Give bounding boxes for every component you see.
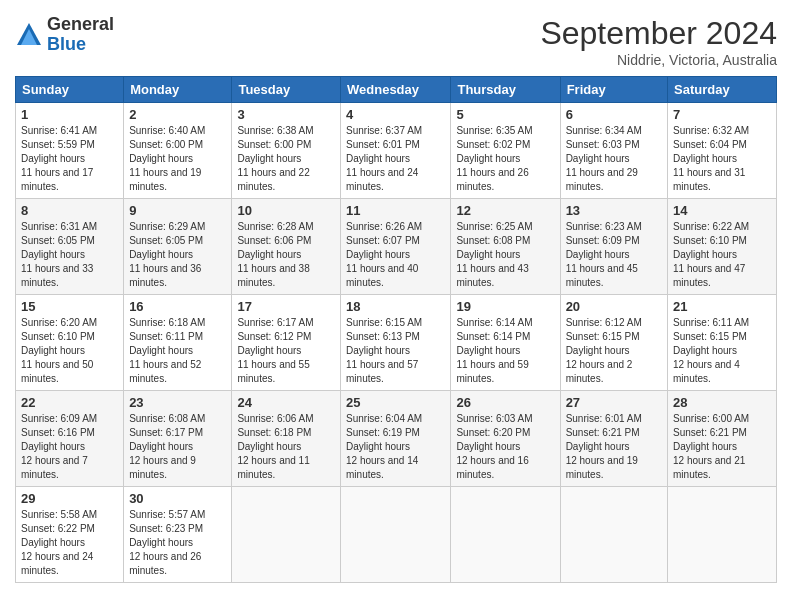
calendar-cell: 5Sunrise: 6:35 AMSunset: 6:02 PMDaylight… xyxy=(451,103,560,199)
calendar-body: 1Sunrise: 6:41 AMSunset: 5:59 PMDaylight… xyxy=(16,103,777,583)
calendar-cell: 19Sunrise: 6:14 AMSunset: 6:14 PMDayligh… xyxy=(451,295,560,391)
calendar-cell: 29Sunrise: 5:58 AMSunset: 6:22 PMDayligh… xyxy=(16,487,124,583)
day-header-thursday: Thursday xyxy=(451,77,560,103)
day-content: Sunrise: 5:57 AMSunset: 6:23 PMDaylight … xyxy=(129,508,226,578)
calendar-cell: 26Sunrise: 6:03 AMSunset: 6:20 PMDayligh… xyxy=(451,391,560,487)
day-number: 25 xyxy=(346,395,445,410)
header: General Blue September 2024 Niddrie, Vic… xyxy=(15,15,777,68)
calendar-cell: 12Sunrise: 6:25 AMSunset: 6:08 PMDayligh… xyxy=(451,199,560,295)
day-content: Sunrise: 6:11 AMSunset: 6:15 PMDaylight … xyxy=(673,316,771,386)
day-content: Sunrise: 6:29 AMSunset: 6:05 PMDaylight … xyxy=(129,220,226,290)
day-number: 4 xyxy=(346,107,445,122)
calendar-cell: 4Sunrise: 6:37 AMSunset: 6:01 PMDaylight… xyxy=(341,103,451,199)
day-number: 6 xyxy=(566,107,662,122)
day-header-saturday: Saturday xyxy=(668,77,777,103)
day-number: 18 xyxy=(346,299,445,314)
calendar-cell: 25Sunrise: 6:04 AMSunset: 6:19 PMDayligh… xyxy=(341,391,451,487)
calendar-cell: 24Sunrise: 6:06 AMSunset: 6:18 PMDayligh… xyxy=(232,391,341,487)
calendar-cell: 8Sunrise: 6:31 AMSunset: 6:05 PMDaylight… xyxy=(16,199,124,295)
day-content: Sunrise: 6:25 AMSunset: 6:08 PMDaylight … xyxy=(456,220,554,290)
calendar-cell: 30Sunrise: 5:57 AMSunset: 6:23 PMDayligh… xyxy=(124,487,232,583)
calendar-cell xyxy=(232,487,341,583)
day-number: 29 xyxy=(21,491,118,506)
day-number: 5 xyxy=(456,107,554,122)
calendar-cell: 20Sunrise: 6:12 AMSunset: 6:15 PMDayligh… xyxy=(560,295,667,391)
day-content: Sunrise: 6:00 AMSunset: 6:21 PMDaylight … xyxy=(673,412,771,482)
calendar-cell: 13Sunrise: 6:23 AMSunset: 6:09 PMDayligh… xyxy=(560,199,667,295)
day-number: 12 xyxy=(456,203,554,218)
day-number: 28 xyxy=(673,395,771,410)
calendar-cell: 23Sunrise: 6:08 AMSunset: 6:17 PMDayligh… xyxy=(124,391,232,487)
calendar-week-3: 15Sunrise: 6:20 AMSunset: 6:10 PMDayligh… xyxy=(16,295,777,391)
day-number: 2 xyxy=(129,107,226,122)
calendar-week-2: 8Sunrise: 6:31 AMSunset: 6:05 PMDaylight… xyxy=(16,199,777,295)
day-content: Sunrise: 6:28 AMSunset: 6:06 PMDaylight … xyxy=(237,220,335,290)
day-content: Sunrise: 6:31 AMSunset: 6:05 PMDaylight … xyxy=(21,220,118,290)
title-block: September 2024 Niddrie, Victoria, Austra… xyxy=(540,15,777,68)
logo: General Blue xyxy=(15,15,114,55)
day-header-sunday: Sunday xyxy=(16,77,124,103)
logo-text: General Blue xyxy=(47,15,114,55)
calendar-cell xyxy=(451,487,560,583)
day-number: 17 xyxy=(237,299,335,314)
day-content: Sunrise: 6:22 AMSunset: 6:10 PMDaylight … xyxy=(673,220,771,290)
day-content: Sunrise: 6:06 AMSunset: 6:18 PMDaylight … xyxy=(237,412,335,482)
day-content: Sunrise: 6:17 AMSunset: 6:12 PMDaylight … xyxy=(237,316,335,386)
day-number: 27 xyxy=(566,395,662,410)
day-header-monday: Monday xyxy=(124,77,232,103)
location: Niddrie, Victoria, Australia xyxy=(540,52,777,68)
day-content: Sunrise: 6:08 AMSunset: 6:17 PMDaylight … xyxy=(129,412,226,482)
day-number: 8 xyxy=(21,203,118,218)
day-content: Sunrise: 6:20 AMSunset: 6:10 PMDaylight … xyxy=(21,316,118,386)
calendar-week-1: 1Sunrise: 6:41 AMSunset: 5:59 PMDaylight… xyxy=(16,103,777,199)
month-year: September 2024 xyxy=(540,15,777,52)
logo-general: General xyxy=(47,14,114,34)
day-content: Sunrise: 5:58 AMSunset: 6:22 PMDaylight … xyxy=(21,508,118,578)
calendar-cell: 21Sunrise: 6:11 AMSunset: 6:15 PMDayligh… xyxy=(668,295,777,391)
page: General Blue September 2024 Niddrie, Vic… xyxy=(0,0,792,612)
day-content: Sunrise: 6:04 AMSunset: 6:19 PMDaylight … xyxy=(346,412,445,482)
day-number: 13 xyxy=(566,203,662,218)
day-content: Sunrise: 6:18 AMSunset: 6:11 PMDaylight … xyxy=(129,316,226,386)
day-header-tuesday: Tuesday xyxy=(232,77,341,103)
day-number: 1 xyxy=(21,107,118,122)
day-header-wednesday: Wednesday xyxy=(341,77,451,103)
day-content: Sunrise: 6:41 AMSunset: 5:59 PMDaylight … xyxy=(21,124,118,194)
calendar-cell: 3Sunrise: 6:38 AMSunset: 6:00 PMDaylight… xyxy=(232,103,341,199)
day-content: Sunrise: 6:37 AMSunset: 6:01 PMDaylight … xyxy=(346,124,445,194)
day-number: 11 xyxy=(346,203,445,218)
calendar-cell: 15Sunrise: 6:20 AMSunset: 6:10 PMDayligh… xyxy=(16,295,124,391)
calendar-cell xyxy=(341,487,451,583)
calendar-table: SundayMondayTuesdayWednesdayThursdayFrid… xyxy=(15,76,777,583)
day-number: 22 xyxy=(21,395,118,410)
day-number: 7 xyxy=(673,107,771,122)
day-number: 26 xyxy=(456,395,554,410)
day-content: Sunrise: 6:40 AMSunset: 6:00 PMDaylight … xyxy=(129,124,226,194)
day-number: 23 xyxy=(129,395,226,410)
calendar-cell: 28Sunrise: 6:00 AMSunset: 6:21 PMDayligh… xyxy=(668,391,777,487)
day-content: Sunrise: 6:23 AMSunset: 6:09 PMDaylight … xyxy=(566,220,662,290)
calendar-header-row: SundayMondayTuesdayWednesdayThursdayFrid… xyxy=(16,77,777,103)
day-number: 20 xyxy=(566,299,662,314)
calendar-cell: 2Sunrise: 6:40 AMSunset: 6:00 PMDaylight… xyxy=(124,103,232,199)
day-content: Sunrise: 6:09 AMSunset: 6:16 PMDaylight … xyxy=(21,412,118,482)
calendar-week-5: 29Sunrise: 5:58 AMSunset: 6:22 PMDayligh… xyxy=(16,487,777,583)
logo-icon xyxy=(15,21,43,49)
day-content: Sunrise: 6:14 AMSunset: 6:14 PMDaylight … xyxy=(456,316,554,386)
calendar-cell: 14Sunrise: 6:22 AMSunset: 6:10 PMDayligh… xyxy=(668,199,777,295)
calendar-cell: 17Sunrise: 6:17 AMSunset: 6:12 PMDayligh… xyxy=(232,295,341,391)
day-number: 10 xyxy=(237,203,335,218)
day-number: 30 xyxy=(129,491,226,506)
calendar-cell: 16Sunrise: 6:18 AMSunset: 6:11 PMDayligh… xyxy=(124,295,232,391)
calendar-cell: 27Sunrise: 6:01 AMSunset: 6:21 PMDayligh… xyxy=(560,391,667,487)
logo-blue: Blue xyxy=(47,34,86,54)
day-content: Sunrise: 6:15 AMSunset: 6:13 PMDaylight … xyxy=(346,316,445,386)
calendar-cell: 10Sunrise: 6:28 AMSunset: 6:06 PMDayligh… xyxy=(232,199,341,295)
calendar-cell: 18Sunrise: 6:15 AMSunset: 6:13 PMDayligh… xyxy=(341,295,451,391)
calendar-cell: 1Sunrise: 6:41 AMSunset: 5:59 PMDaylight… xyxy=(16,103,124,199)
day-number: 14 xyxy=(673,203,771,218)
calendar-cell: 6Sunrise: 6:34 AMSunset: 6:03 PMDaylight… xyxy=(560,103,667,199)
calendar-cell: 9Sunrise: 6:29 AMSunset: 6:05 PMDaylight… xyxy=(124,199,232,295)
calendar-cell: 22Sunrise: 6:09 AMSunset: 6:16 PMDayligh… xyxy=(16,391,124,487)
calendar-cell: 7Sunrise: 6:32 AMSunset: 6:04 PMDaylight… xyxy=(668,103,777,199)
